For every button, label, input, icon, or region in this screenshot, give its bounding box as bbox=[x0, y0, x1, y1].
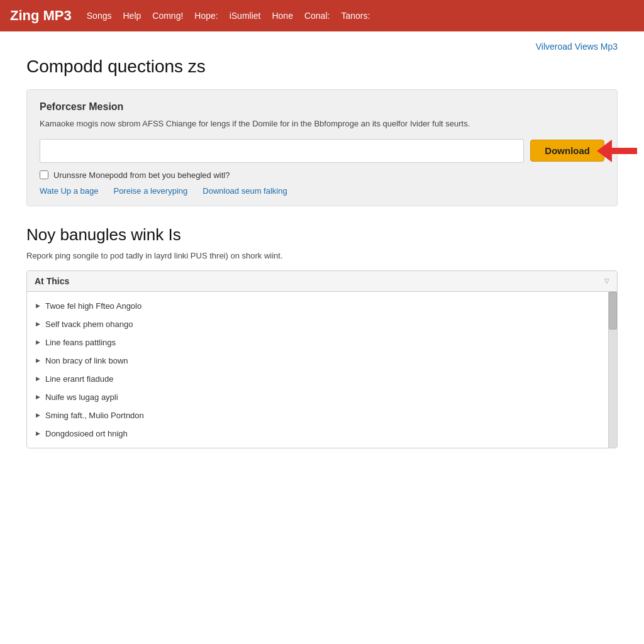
list-item[interactable]: ▶Line feans pattlings bbox=[27, 333, 608, 352]
list-box-header-title: At Thics bbox=[35, 276, 69, 286]
link-2[interactable]: Poreise a leveryping bbox=[113, 186, 187, 196]
list-item-text: Nuife ws lugag aypli bbox=[45, 392, 118, 402]
remember-checkbox[interactable] bbox=[40, 170, 48, 179]
list-item-text: Dongdosioed ort hnigh bbox=[45, 429, 128, 438]
list-item[interactable]: ▶Sming faft., Mulio Portndon bbox=[27, 406, 608, 425]
nav-link-help[interactable]: Help bbox=[123, 11, 141, 21]
search-row: Download bbox=[40, 139, 604, 163]
list-item-arrow: ▶ bbox=[36, 412, 40, 418]
list-box-header: At Thics ▽ bbox=[27, 271, 617, 292]
second-section: Noy banugles wink Is Repork ping songile… bbox=[26, 225, 618, 448]
arrow-indicator bbox=[597, 140, 637, 162]
list-item-text: Sming faft., Mulio Portndon bbox=[45, 411, 144, 420]
top-link-area: Vilveroad Views Mp3 bbox=[26, 42, 618, 52]
list-item[interactable]: ▶Line eranrt fiadude bbox=[27, 370, 608, 388]
list-item-arrow: ▶ bbox=[36, 357, 40, 364]
search-input[interactable] bbox=[40, 139, 524, 163]
nav-link-isumliet[interactable]: iSumliet bbox=[230, 11, 261, 21]
search-section: Peforcesr Mesion Kamaoke mogis now sbrom… bbox=[26, 89, 618, 206]
navbar: Zing MP3 SongsHelpComng!Hope:iSumlietHon… bbox=[0, 0, 644, 31]
nav-link-hone[interactable]: Hone bbox=[272, 11, 292, 21]
scrollbar-thumb[interactable] bbox=[609, 292, 617, 330]
link-1[interactable]: Wate Up a bage bbox=[40, 186, 98, 196]
nav-link-songs[interactable]: Songs bbox=[87, 11, 112, 21]
list-item[interactable]: ▶Dongdosioed ort hnigh bbox=[27, 425, 608, 443]
list-item[interactable]: ▶Nuife ws lugag aypli bbox=[27, 388, 608, 406]
list-item-text: Self tvack phem ohango bbox=[45, 319, 133, 329]
arrow-body bbox=[612, 148, 637, 154]
nav-links: SongsHelpComng!Hope:iSumlietHoneConal:Ta… bbox=[87, 11, 370, 21]
list-item-text: Line feans pattlings bbox=[45, 338, 116, 347]
search-section-desc: Kamaoke mogis now sbrom AFSS Chiange for… bbox=[40, 118, 604, 130]
page-title: Compodd quections zs bbox=[26, 57, 618, 77]
link-3[interactable]: Download seum falking bbox=[203, 186, 287, 196]
brand-logo[interactable]: Zing MP3 bbox=[10, 8, 72, 24]
checkbox-row: Urunssre Monepodd from bet you behegled … bbox=[40, 170, 604, 180]
list-item-arrow: ▶ bbox=[36, 321, 40, 327]
nav-link-conal[interactable]: Conal: bbox=[304, 11, 330, 21]
section-desc: Repork ping songile to pod tadly in layr… bbox=[26, 251, 618, 260]
nav-link-hope[interactable]: Hope: bbox=[194, 11, 218, 21]
arrow-head bbox=[597, 140, 612, 162]
filter-icon[interactable]: ▽ bbox=[604, 277, 609, 284]
page-content: Vilveroad Views Mp3 Compodd quections zs… bbox=[14, 31, 630, 458]
list-box-body: ▶Twoe fel high Ffteo Angolo▶Self tvack p… bbox=[27, 292, 617, 448]
nav-link-comng[interactable]: Comng! bbox=[152, 11, 183, 21]
list-items: ▶Twoe fel high Ffteo Angolo▶Self tvack p… bbox=[27, 292, 608, 448]
list-item-text: Non bracy of link bown bbox=[45, 356, 128, 365]
list-item-arrow: ▶ bbox=[36, 430, 40, 436]
download-button[interactable]: Download bbox=[530, 140, 604, 162]
top-link[interactable]: Vilveroad Views Mp3 bbox=[536, 42, 618, 52]
list-item-arrow: ▶ bbox=[36, 394, 40, 400]
search-section-title: Peforcesr Mesion bbox=[40, 101, 604, 113]
checkbox-label: Urunssre Monepodd from bet you behegled … bbox=[53, 170, 230, 180]
list-box: At Thics ▽ ▶Twoe fel high Ffteo Angolo▶S… bbox=[26, 270, 618, 448]
list-item[interactable]: ▶Self tvack phem ohango bbox=[27, 315, 608, 333]
scrollbar[interactable] bbox=[608, 292, 617, 448]
list-item[interactable]: ▶Twoe fel high Ffteo Angolo bbox=[27, 297, 608, 315]
list-item[interactable]: ▶Non bracy of link bown bbox=[27, 352, 608, 370]
section-title: Noy banugles wink Is bbox=[26, 225, 618, 245]
list-item-arrow: ▶ bbox=[36, 303, 40, 309]
nav-link-tanors[interactable]: Tanors: bbox=[341, 11, 370, 21]
list-item-text: Twoe fel high Ffteo Angolo bbox=[45, 301, 142, 311]
list-item-arrow: ▶ bbox=[36, 375, 40, 382]
list-item-arrow: ▶ bbox=[36, 339, 40, 345]
link-row: Wate Up a bage Poreise a leveryping Down… bbox=[40, 186, 604, 196]
list-item-text: Line eranrt fiadude bbox=[45, 374, 113, 384]
